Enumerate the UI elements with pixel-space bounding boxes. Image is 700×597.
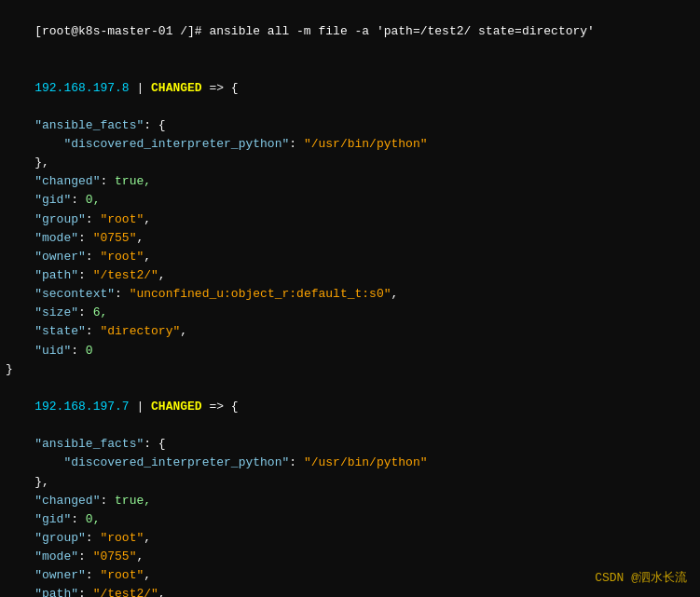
- terminal: [root@k8s-master-01 /]# ansible all -m f…: [0, 0, 700, 597]
- host-2-group: "group": "root",: [6, 529, 694, 548]
- host-1-gid: "gid": 0,: [6, 191, 694, 210]
- host-1-facts-close: },: [6, 154, 694, 172]
- host-2-owner: "owner": "root",: [6, 566, 694, 585]
- host-2-header: 192.168.197.7 | CHANGED => {: [6, 379, 694, 435]
- host-1-secontext: "secontext": "unconfined_u:object_r:defa…: [6, 285, 694, 304]
- command-line: [root@k8s-master-01 /]# ansible all -m f…: [6, 4, 694, 60]
- host-1-size: "size": 6,: [6, 304, 694, 322]
- host-1-close: }: [6, 360, 694, 379]
- host-2-facts-close: },: [6, 473, 694, 492]
- host-2-ansible-facts: "ansible_facts": {: [6, 435, 694, 454]
- host-1-ip: 192.168.197.8: [34, 81, 129, 95]
- host-1-group: "group": "root",: [6, 210, 694, 229]
- host-1-interpreter: "discovered_interpreter_python": "/usr/b…: [6, 135, 694, 154]
- host-1-ansible-facts: "ansible_facts": {: [6, 116, 694, 135]
- host-1-mode: "mode": "0755",: [6, 229, 694, 248]
- host-2-path: "path": "/test2/",: [6, 585, 694, 597]
- host-1-owner: "owner": "root",: [6, 248, 694, 266]
- prompt: [root@k8s-master-01 /]#: [34, 24, 201, 38]
- host-2-gid: "gid": 0,: [6, 510, 694, 529]
- host-1-status: CHANGED: [151, 81, 202, 95]
- host-1-path: "path": "/test2/",: [6, 266, 694, 285]
- host-2-changed: "changed": true,: [6, 492, 694, 510]
- host-1-header: 192.168.197.8 | CHANGED => {: [6, 60, 694, 115]
- host-1-state: "state": "directory",: [6, 322, 694, 341]
- host-2-status: CHANGED: [151, 400, 202, 414]
- host-1-changed: "changed": true,: [6, 172, 694, 191]
- host-2-interpreter: "discovered_interpreter_python": "/usr/b…: [6, 454, 694, 472]
- watermark: CSDN @泗水长流: [595, 569, 687, 586]
- host-1-uid: "uid": 0: [6, 342, 694, 360]
- host-2-ip: 192.168.197.7: [34, 400, 129, 414]
- host-2-mode: "mode": "0755",: [6, 548, 694, 566]
- command: ansible all -m file -a 'path=/test2/ sta…: [202, 24, 595, 38]
